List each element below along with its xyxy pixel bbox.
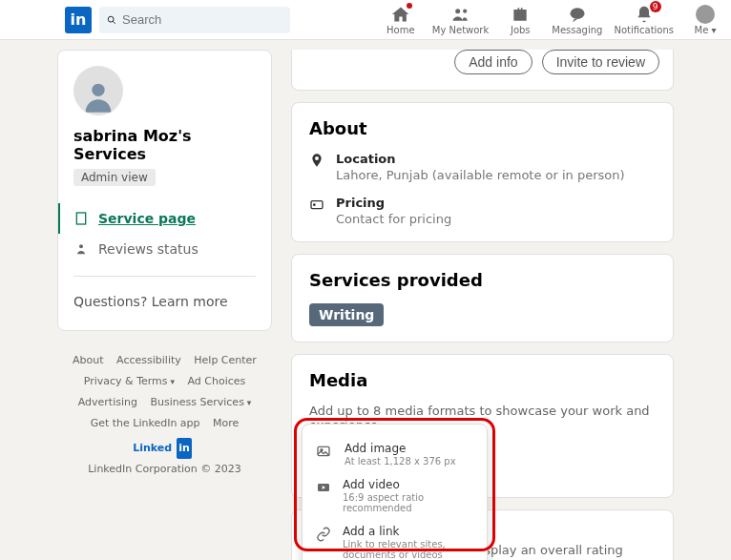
nav-jobs-label: Jobs (511, 25, 531, 35)
search-input[interactable] (122, 12, 282, 27)
pricing-row: Pricing Contact for pricing (309, 196, 656, 226)
footer-help[interactable]: Help Center (194, 350, 257, 371)
about-section: About Location Lahore, Punjab (available… (291, 102, 674, 242)
image-icon (316, 444, 331, 459)
menu-add-image-sub: At least 1,128 x 376 px (345, 456, 456, 467)
svg-rect-4 (76, 213, 85, 224)
footer-app[interactable]: Get the LinkedIn app (91, 413, 200, 434)
location-label: Location (336, 152, 625, 166)
add-media-menu: Add image At least 1,128 x 376 px Add vi… (302, 424, 488, 560)
nav-notifications[interactable]: 9 Notifications (608, 5, 679, 35)
svg-point-11 (314, 204, 315, 205)
nav-messaging-label: Messaging (552, 25, 602, 35)
invite-review-button[interactable]: Invite to review (542, 50, 659, 74)
top-actions-bar: Add info Invite to review (291, 50, 674, 91)
tab-reviews-label: Reviews status (98, 241, 198, 257)
svg-point-1 (463, 9, 467, 12)
menu-add-image-title: Add image (345, 442, 456, 455)
nav-jobs[interactable]: Jobs (494, 5, 546, 35)
pricing-icon (309, 197, 324, 212)
menu-add-video[interactable]: Add video 16:9 aspect ratio recommended (316, 472, 473, 519)
media-heading: Media (309, 370, 656, 390)
location-icon (309, 153, 324, 168)
avatar-icon (696, 5, 715, 24)
svg-rect-10 (311, 201, 323, 209)
left-sidebar: sabrina Moz's Services Admin view Servic… (57, 50, 272, 487)
svg-point-2 (570, 8, 584, 19)
search-box[interactable] (99, 7, 290, 33)
top-navigation: in Home My Network Jobs Messaging 9 Noti… (0, 0, 731, 40)
location-value: Lahore, Punjab (available remote or in p… (336, 168, 625, 182)
services-title: sabrina Moz's Services (73, 127, 256, 163)
search-icon (107, 13, 116, 27)
admin-badge: Admin view (73, 169, 156, 186)
video-icon (316, 480, 331, 495)
footer-more[interactable]: More (213, 413, 239, 434)
notification-dot (407, 3, 412, 9)
footer-copyright: Linkedin LinkedIn Corporation © 2023 (57, 438, 272, 480)
svg-point-3 (92, 84, 104, 96)
pricing-value: Contact for pricing (336, 212, 451, 226)
services-heading: Services provided (309, 270, 656, 290)
add-info-button[interactable]: Add info (454, 50, 532, 74)
menu-add-video-title: Add video (343, 478, 473, 491)
menu-add-link-sub: Link to relevant sites, documents or vid… (343, 539, 473, 560)
linkedin-logo[interactable]: in (65, 7, 92, 33)
menu-add-link-title: Add a link (343, 525, 473, 538)
tab-service-label: Service page (98, 211, 196, 226)
person-icon (73, 241, 89, 257)
tab-service-page[interactable]: Service page (58, 203, 256, 234)
footer-advertising[interactable]: Advertising (78, 392, 137, 413)
questions-link[interactable]: Questions? Learn more (73, 288, 256, 315)
notification-badge: 9 (650, 1, 661, 12)
footer-links: About Accessibility Help Center Privacy … (57, 342, 272, 487)
footer-about[interactable]: About (73, 350, 104, 371)
about-heading: About (309, 118, 656, 138)
jobs-icon (511, 5, 530, 24)
nav-me-label: Me ▾ (695, 25, 717, 35)
nav-home[interactable]: Home (375, 5, 427, 35)
nav-home-label: Home (386, 25, 415, 35)
menu-add-link[interactable]: Add a link Link to relevant sites, docum… (316, 519, 473, 560)
nav-messaging[interactable]: Messaging (546, 5, 608, 35)
nav-me[interactable]: Me ▾ (679, 5, 731, 35)
menu-add-video-sub: 16:9 aspect ratio recommended (343, 492, 473, 513)
network-icon (451, 5, 470, 24)
link-icon (316, 527, 331, 542)
footer-accessibility[interactable]: Accessibility (116, 350, 181, 371)
profile-avatar (73, 66, 123, 115)
svg-point-0 (455, 9, 460, 13)
location-row: Location Lahore, Punjab (available remot… (309, 152, 656, 182)
tab-reviews-status[interactable]: Reviews status (73, 234, 256, 264)
profile-card: sabrina Moz's Services Admin view Servic… (57, 50, 272, 331)
nav-notifications-label: Notifications (614, 25, 674, 35)
building-icon (73, 211, 89, 226)
footer-business[interactable]: Business Services (150, 392, 251, 413)
main-content: Add info Invite to review About Location… (291, 50, 674, 560)
nav-network[interactable]: My Network (427, 5, 494, 35)
nav-network-label: My Network (432, 25, 489, 35)
svg-point-9 (79, 244, 83, 248)
menu-add-image[interactable]: Add image At least 1,128 x 376 px (316, 436, 473, 472)
footer-adchoices[interactable]: Ad Choices (187, 371, 245, 392)
messaging-icon (568, 5, 587, 24)
footer-privacy[interactable]: Privacy & Terms (84, 371, 175, 392)
service-tag-writing[interactable]: Writing (309, 303, 384, 326)
services-section: Services provided Writing (291, 254, 674, 342)
pricing-label: Pricing (336, 196, 451, 210)
